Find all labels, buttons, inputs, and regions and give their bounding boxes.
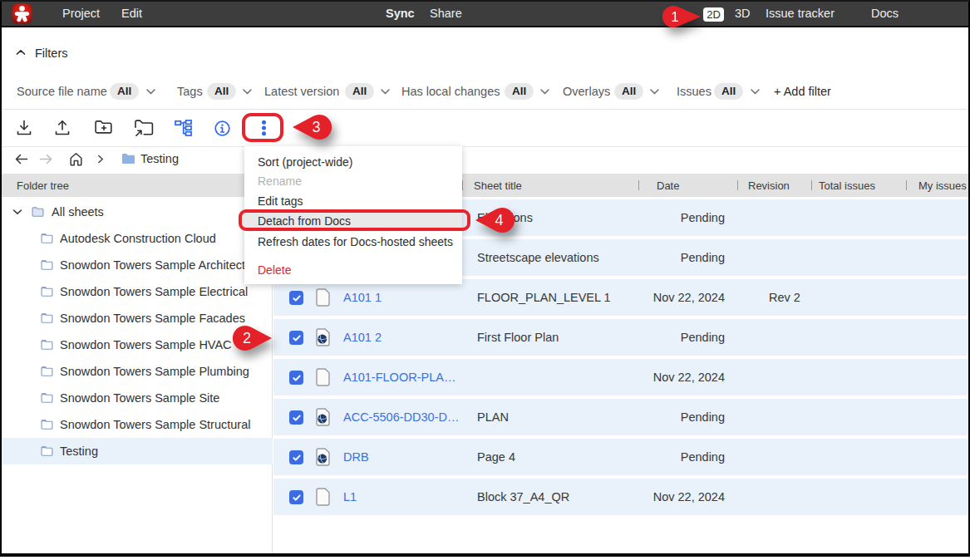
svg-text:4: 4: [495, 212, 503, 228]
svg-text:2: 2: [243, 330, 251, 346]
svg-text:1: 1: [671, 9, 678, 25]
svg-text:3: 3: [312, 119, 320, 135]
